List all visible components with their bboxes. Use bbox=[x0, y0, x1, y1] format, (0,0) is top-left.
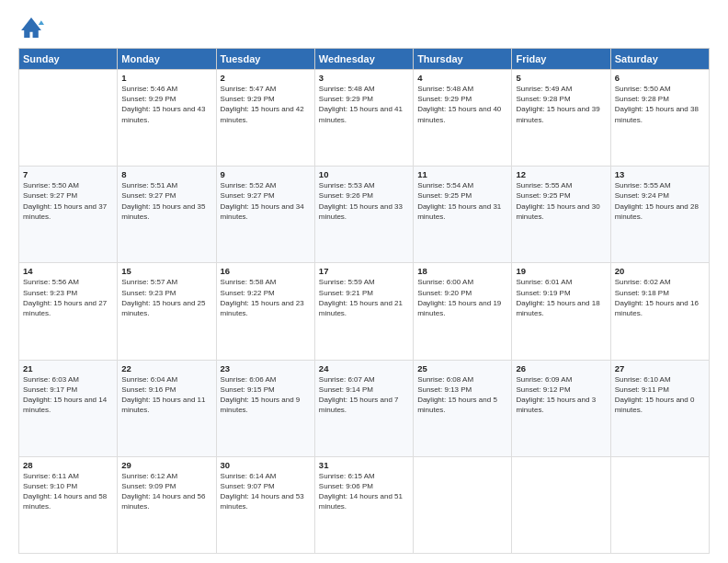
day-number: 9 bbox=[221, 169, 311, 179]
day-number: 21 bbox=[23, 363, 113, 373]
cell-info: Sunrise: 5:48 AMSunset: 9:29 PMDaylight:… bbox=[319, 84, 409, 125]
cell-info: Sunrise: 5:50 AMSunset: 9:28 PMDaylight:… bbox=[615, 84, 705, 125]
day-number: 16 bbox=[221, 266, 311, 276]
day-header: Sunday bbox=[19, 49, 118, 70]
calendar-cell: 19Sunrise: 6:01 AMSunset: 9:19 PMDayligh… bbox=[512, 263, 610, 360]
week-row: 1Sunrise: 5:46 AMSunset: 9:29 PMDaylight… bbox=[19, 70, 710, 167]
calendar-cell: 10Sunrise: 5:53 AMSunset: 9:26 PMDayligh… bbox=[314, 167, 413, 263]
day-header: Friday bbox=[512, 49, 610, 70]
week-row: 28Sunrise: 6:11 AMSunset: 9:10 PMDayligh… bbox=[19, 456, 710, 553]
calendar-cell: 4Sunrise: 5:48 AMSunset: 9:29 PMDaylight… bbox=[414, 70, 512, 167]
day-number: 3 bbox=[319, 73, 409, 83]
cell-info: Sunrise: 5:56 AMSunset: 9:23 PMDaylight:… bbox=[23, 277, 113, 318]
day-number: 17 bbox=[319, 266, 409, 276]
cell-info: Sunrise: 6:12 AMSunset: 9:09 PMDaylight:… bbox=[121, 471, 211, 512]
calendar-cell: 16Sunrise: 5:58 AMSunset: 9:22 PMDayligh… bbox=[216, 263, 314, 360]
day-number: 30 bbox=[221, 460, 311, 470]
week-row: 7Sunrise: 5:50 AMSunset: 9:27 PMDaylight… bbox=[19, 167, 710, 263]
cell-info: Sunrise: 6:02 AMSunset: 9:18 PMDaylight:… bbox=[615, 277, 705, 318]
cell-info: Sunrise: 5:50 AMSunset: 9:27 PMDaylight:… bbox=[23, 180, 113, 222]
cell-info: Sunrise: 5:53 AMSunset: 9:26 PMDaylight:… bbox=[319, 180, 409, 222]
day-number: 25 bbox=[417, 363, 507, 373]
day-number: 18 bbox=[417, 266, 507, 276]
cell-info: Sunrise: 6:08 AMSunset: 9:13 PMDaylight:… bbox=[417, 374, 507, 416]
calendar-cell: 18Sunrise: 6:00 AMSunset: 9:20 PMDayligh… bbox=[414, 263, 512, 360]
day-number: 8 bbox=[121, 169, 211, 179]
calendar-cell: 14Sunrise: 5:56 AMSunset: 9:23 PMDayligh… bbox=[19, 263, 118, 360]
day-header: Wednesday bbox=[314, 49, 413, 70]
cell-info: Sunrise: 5:51 AMSunset: 9:27 PMDaylight:… bbox=[121, 180, 211, 222]
day-number: 7 bbox=[23, 169, 113, 179]
cell-info: Sunrise: 5:48 AMSunset: 9:29 PMDaylight:… bbox=[417, 84, 507, 125]
cell-info: Sunrise: 5:52 AMSunset: 9:27 PMDaylight:… bbox=[221, 180, 311, 222]
day-number: 27 bbox=[615, 363, 705, 373]
day-number: 5 bbox=[516, 73, 606, 83]
day-number: 12 bbox=[516, 169, 606, 179]
cell-info: Sunrise: 6:15 AMSunset: 9:06 PMDaylight:… bbox=[319, 471, 409, 512]
week-row: 21Sunrise: 6:03 AMSunset: 9:17 PMDayligh… bbox=[19, 360, 710, 456]
calendar-cell: 15Sunrise: 5:57 AMSunset: 9:23 PMDayligh… bbox=[118, 263, 216, 360]
calendar-cell: 13Sunrise: 5:55 AMSunset: 9:24 PMDayligh… bbox=[610, 167, 709, 263]
calendar-cell: 1Sunrise: 5:46 AMSunset: 9:29 PMDaylight… bbox=[118, 70, 216, 167]
calendar-cell: 11Sunrise: 5:54 AMSunset: 9:25 PMDayligh… bbox=[414, 167, 512, 263]
day-header: Saturday bbox=[610, 49, 709, 70]
cell-info: Sunrise: 5:57 AMSunset: 9:23 PMDaylight:… bbox=[121, 277, 211, 318]
header-row: SundayMondayTuesdayWednesdayThursdayFrid… bbox=[19, 49, 710, 70]
calendar-cell: 7Sunrise: 5:50 AMSunset: 9:27 PMDaylight… bbox=[19, 167, 118, 263]
day-number: 2 bbox=[221, 73, 311, 83]
cell-info: Sunrise: 5:46 AMSunset: 9:29 PMDaylight:… bbox=[121, 84, 211, 125]
calendar-cell bbox=[414, 456, 512, 553]
calendar-cell: 21Sunrise: 6:03 AMSunset: 9:17 PMDayligh… bbox=[19, 360, 118, 456]
day-number: 31 bbox=[319, 460, 409, 470]
day-number: 19 bbox=[516, 266, 606, 276]
cell-info: Sunrise: 6:10 AMSunset: 9:11 PMDaylight:… bbox=[615, 374, 705, 416]
logo bbox=[18, 15, 48, 40]
day-number: 24 bbox=[319, 363, 409, 373]
calendar-cell bbox=[19, 70, 118, 167]
day-number: 15 bbox=[121, 266, 211, 276]
calendar-cell: 12Sunrise: 5:55 AMSunset: 9:25 PMDayligh… bbox=[512, 167, 610, 263]
calendar-cell: 30Sunrise: 6:14 AMSunset: 9:07 PMDayligh… bbox=[216, 456, 314, 553]
cell-info: Sunrise: 6:14 AMSunset: 9:07 PMDaylight:… bbox=[221, 471, 311, 512]
cell-info: Sunrise: 5:55 AMSunset: 9:24 PMDaylight:… bbox=[615, 180, 705, 222]
calendar-cell: 27Sunrise: 6:10 AMSunset: 9:11 PMDayligh… bbox=[610, 360, 709, 456]
day-header: Tuesday bbox=[216, 49, 314, 70]
cell-info: Sunrise: 6:07 AMSunset: 9:14 PMDaylight:… bbox=[319, 374, 409, 416]
cell-info: Sunrise: 5:59 AMSunset: 9:21 PMDaylight:… bbox=[319, 277, 409, 318]
svg-marker-1 bbox=[39, 20, 44, 25]
calendar-cell: 29Sunrise: 6:12 AMSunset: 9:09 PMDayligh… bbox=[118, 456, 216, 553]
calendar-cell: 6Sunrise: 5:50 AMSunset: 9:28 PMDaylight… bbox=[610, 70, 709, 167]
day-number: 22 bbox=[121, 363, 211, 373]
calendar-cell: 22Sunrise: 6:04 AMSunset: 9:16 PMDayligh… bbox=[118, 360, 216, 456]
day-number: 29 bbox=[121, 460, 211, 470]
calendar-cell: 3Sunrise: 5:48 AMSunset: 9:29 PMDaylight… bbox=[314, 70, 413, 167]
day-number: 4 bbox=[417, 73, 507, 83]
calendar-cell: 17Sunrise: 5:59 AMSunset: 9:21 PMDayligh… bbox=[314, 263, 413, 360]
calendar-cell: 20Sunrise: 6:02 AMSunset: 9:18 PMDayligh… bbox=[610, 263, 709, 360]
calendar-cell: 2Sunrise: 5:47 AMSunset: 9:29 PMDaylight… bbox=[216, 70, 314, 167]
day-header: Thursday bbox=[414, 49, 512, 70]
cell-info: Sunrise: 6:04 AMSunset: 9:16 PMDaylight:… bbox=[121, 374, 211, 416]
calendar-cell bbox=[512, 456, 610, 553]
cell-info: Sunrise: 5:49 AMSunset: 9:28 PMDaylight:… bbox=[516, 84, 606, 125]
calendar-cell: 5Sunrise: 5:49 AMSunset: 9:28 PMDaylight… bbox=[512, 70, 610, 167]
cell-info: Sunrise: 6:09 AMSunset: 9:12 PMDaylight:… bbox=[516, 374, 606, 416]
day-number: 13 bbox=[615, 169, 705, 179]
day-number: 11 bbox=[417, 169, 507, 179]
page: SundayMondayTuesdayWednesdayThursdayFrid… bbox=[0, 0, 728, 563]
day-number: 10 bbox=[319, 169, 409, 179]
calendar-cell: 8Sunrise: 5:51 AMSunset: 9:27 PMDaylight… bbox=[118, 167, 216, 263]
day-number: 6 bbox=[615, 73, 705, 83]
cell-info: Sunrise: 5:55 AMSunset: 9:25 PMDaylight:… bbox=[516, 180, 606, 222]
calendar-cell: 28Sunrise: 6:11 AMSunset: 9:10 PMDayligh… bbox=[19, 456, 118, 553]
day-header: Monday bbox=[118, 49, 216, 70]
cell-info: Sunrise: 6:06 AMSunset: 9:15 PMDaylight:… bbox=[221, 374, 311, 416]
day-number: 1 bbox=[121, 73, 211, 83]
cell-info: Sunrise: 5:58 AMSunset: 9:22 PMDaylight:… bbox=[221, 277, 311, 318]
cell-info: Sunrise: 6:01 AMSunset: 9:19 PMDaylight:… bbox=[516, 277, 606, 318]
day-number: 23 bbox=[221, 363, 311, 373]
calendar-cell: 26Sunrise: 6:09 AMSunset: 9:12 PMDayligh… bbox=[512, 360, 610, 456]
logo-icon bbox=[18, 15, 44, 40]
calendar-cell: 31Sunrise: 6:15 AMSunset: 9:06 PMDayligh… bbox=[314, 456, 413, 553]
calendar-table: SundayMondayTuesdayWednesdayThursdayFrid… bbox=[18, 48, 710, 554]
